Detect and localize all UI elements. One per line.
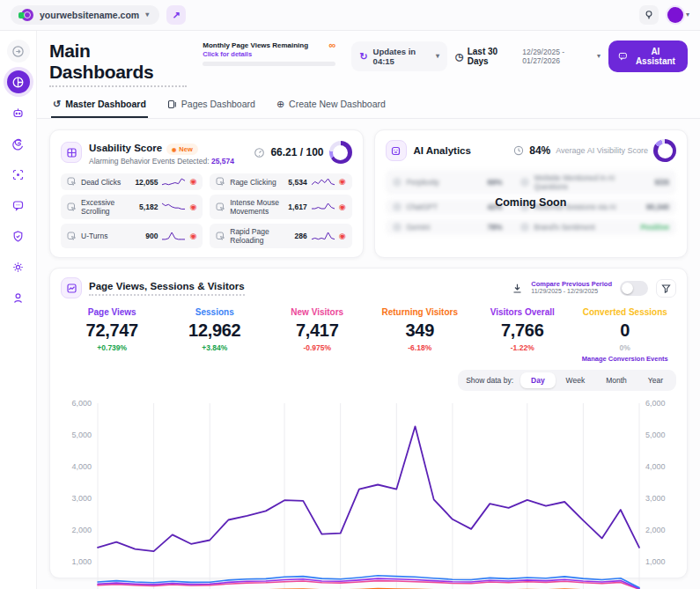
svg-text:4,000: 4,000 [645, 462, 666, 471]
usability-metric-rage-clicking[interactable]: Rage Clicking 5,534 ◉ [210, 173, 351, 190]
usability-metric-rapid-page-reloading[interactable]: Rapid Page Reloading 286 ◉ [210, 224, 351, 248]
range-dates-value: 12/29/2025 - 01/27/2026 [522, 48, 595, 65]
quota-details-link[interactable]: Click for details [203, 50, 335, 58]
svg-text:6,000: 6,000 [71, 399, 92, 408]
metric-returning-visitors[interactable]: Returning Visitors 349 -6.18% [369, 307, 472, 363]
svg-text:3,000: 3,000 [71, 494, 92, 503]
download-icon [512, 283, 523, 294]
chevron-down-icon: ▾ [145, 11, 149, 18]
traffic-chart[interactable]: 001,0001,0002,0002,0003,0003,0004,0004,0… [61, 394, 676, 569]
dial-icon [513, 145, 524, 156]
metric-value: 0 [574, 320, 677, 341]
ai-chip-icon [390, 145, 402, 157]
cursor-icon [67, 177, 77, 187]
chevron-down-icon: ▾ [436, 53, 439, 60]
top-bar: yourwebsitename.com ▾ ↗ ▾ [0, 0, 700, 30]
collapse-sidebar-button[interactable] [7, 40, 30, 63]
metric-page-views[interactable]: Page Views 72,747 +0.739% [61, 307, 164, 363]
metric-delta: +3.84% [164, 343, 267, 352]
metric-sessions[interactable]: Sessions 12,962 +3.84% [164, 307, 267, 363]
target-focus-icon [11, 168, 25, 181]
sidebar-item-profile[interactable] [7, 286, 30, 309]
usability-metric-intense-mouse-movements[interactable]: Intense Mouse Movements 1,617 ◉ [210, 195, 351, 219]
traffic-chart-svg: 001,0001,0002,0002,0003,0003,0004,0004,0… [61, 394, 676, 589]
external-link-icon: ↗ [173, 10, 181, 21]
sidebar-item-ai-agent[interactable] [7, 101, 30, 124]
svg-text:6,000: 6,000 [645, 399, 666, 408]
compare-period-block: Compare Previous Period 11/29/2025 - 12/… [531, 280, 612, 296]
sidebar-item-dashboards[interactable] [7, 70, 30, 93]
metric-new-visitors[interactable]: New Visitors 7,417 -0.975% [266, 307, 369, 363]
metric-value: 12,962 [164, 320, 267, 341]
metric-visitors-overall[interactable]: Visitors Overall 7,766 -1.22% [471, 307, 574, 363]
sidebar-item-session-recordings[interactable] [7, 132, 30, 155]
chevron-down-icon: ▾ [686, 11, 689, 18]
dashboard-icon [11, 76, 25, 89]
usability-score-donut [329, 141, 352, 164]
user-menu[interactable]: ▾ [667, 7, 689, 23]
record-icon: ◉ [189, 178, 196, 186]
period-year-button[interactable]: Year [637, 372, 674, 388]
alarming-events-count: 25,574 [211, 157, 234, 166]
period-month-button[interactable]: Month [595, 372, 637, 388]
cursor-icon [216, 202, 225, 212]
updates-timer[interactable]: ↻ Updates in 04:15 ▾ [351, 41, 447, 71]
sidebar-item-settings[interactable] [7, 255, 30, 278]
metric-label: Returning Visitors [369, 307, 472, 317]
ai-assistant-button[interactable]: AI Assistant [608, 40, 688, 72]
ai-analytics-card: AI Analytics 84% Average AI Visibility S… [374, 129, 689, 258]
sidebar-item-heatmaps[interactable] [7, 163, 30, 186]
sidebar-item-compliance[interactable] [7, 225, 30, 247]
infinity-icon: ∞ [329, 41, 336, 49]
sidebar-item-feedback[interactable] [7, 194, 30, 217]
download-button[interactable] [512, 283, 523, 294]
tab-pages-dashboard[interactable]: Pages Dashboard [166, 94, 257, 118]
range-preset-label: Last 30 Days [468, 47, 515, 66]
site-name: yourwebsitename.com [40, 10, 139, 20]
traffic-title: Page Views, Sessions & Visitors [89, 281, 245, 296]
svg-text:1,000: 1,000 [645, 557, 666, 566]
tab-create-new-dashboard[interactable]: ⊕ Create New Dashboard [275, 94, 387, 118]
open-website-button[interactable]: ↗ [166, 5, 186, 25]
filter-button[interactable] [656, 279, 676, 298]
usability-metric-excessive-scrolling[interactable]: Excessive Scrolling 5,182 ◉ [61, 195, 203, 219]
tab-master-dashboard[interactable]: ↺ Master Dashboard [51, 94, 148, 118]
record-icon: ◉ [339, 178, 346, 186]
plus-circle-icon: ⊕ [276, 99, 284, 109]
metric-value: 72,747 [61, 320, 164, 341]
metric-converted-sessions[interactable]: Converted Sessions 0 0% Manage Conversio… [574, 307, 677, 363]
cursor-icon [216, 177, 225, 187]
compare-toggle[interactable] [620, 281, 648, 296]
lightbulb-icon [644, 10, 654, 20]
svg-text:2,000: 2,000 [71, 526, 92, 534]
metric-label: New Visitors [266, 307, 369, 317]
history-icon: ↺ [53, 99, 61, 109]
manage-conversion-events-link[interactable]: Manage Conversion Events [574, 355, 677, 363]
sparkline [162, 178, 185, 187]
svg-text:2,000: 2,000 [645, 526, 666, 534]
tips-button[interactable] [639, 5, 659, 25]
quota-widget[interactable]: Monthly Page Views Remaining ∞ Click for… [203, 41, 335, 66]
chat-bubble-icon [11, 199, 25, 212]
cursor-icon [216, 232, 225, 241]
record-icon: ◉ [189, 203, 196, 211]
usability-metric-u-turns[interactable]: U-Turns 900 ◉ [61, 224, 203, 248]
metric-value: 286 [294, 232, 306, 240]
period-week-button[interactable]: Week [556, 372, 596, 388]
show-data-by-label: Show data by: [466, 376, 513, 385]
line-chart-icon [66, 283, 77, 294]
date-range-picker[interactable]: 12/29/2025 - 01/27/2026 ▾ [522, 48, 601, 65]
page-header: Main Dashboards Monthly Page Views Remai… [37, 31, 700, 91]
svg-text:3,000: 3,000 [645, 494, 666, 503]
date-range-preset[interactable]: ◷ Last 30 Days [455, 47, 514, 66]
website-selector[interactable]: yourwebsitename.com ▾ [11, 5, 159, 25]
usability-subtitle: Alarming Behavior Events Detected: 25,57… [89, 157, 234, 166]
gauge-icon [254, 147, 265, 158]
site-logo-icon [21, 9, 33, 21]
usability-metric-dead-clicks[interactable]: Dead Clicks 12,055 ◉ [61, 173, 203, 190]
period-day-button[interactable]: Day [520, 372, 556, 388]
metric-label: Visitors Overall [471, 307, 574, 317]
metric-label: Converted Sessions [574, 307, 677, 317]
compare-dates: 11/29/2025 - 12/29/2025 [531, 288, 612, 296]
record-icon: ◉ [189, 232, 196, 240]
